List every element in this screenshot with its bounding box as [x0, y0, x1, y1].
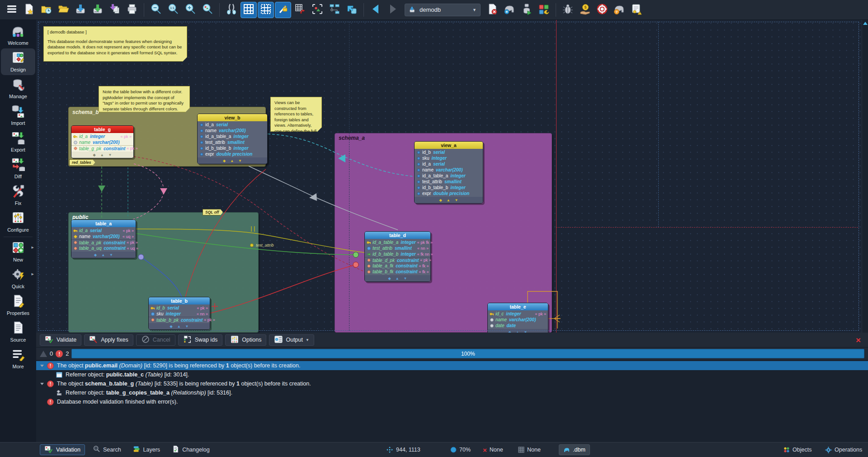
tag-sql-off[interactable]: SQL off — [203, 209, 223, 215]
scroll-up-icon[interactable] — [863, 22, 868, 25]
sidebar-item-import[interactable]: Import — [1, 102, 35, 129]
sidebar-item-configure[interactable]: Configure — [1, 209, 35, 235]
snap-to-grid-button[interactable] — [292, 2, 308, 18]
tag-red-tables[interactable]: red_tables — [69, 159, 95, 166]
column-row[interactable]: table_a_fkconstraint« fk » — [365, 263, 430, 269]
collapse-caret-icon[interactable] — [40, 383, 44, 385]
sidebar-item-fix[interactable]: Fix — [1, 182, 35, 209]
close-validation-button[interactable]: × — [852, 336, 864, 344]
statusbar-tab-validation[interactable]: Validation — [40, 444, 85, 455]
column-row[interactable]: test_attribsmallint« nn » — [365, 245, 430, 251]
zoom-out-button[interactable] — [148, 2, 164, 18]
sidebar-item-welcome[interactable]: Welcome — [1, 22, 35, 48]
statusbar-tab-search[interactable]: Search — [89, 444, 125, 455]
expand-icon[interactable]: ▲ — [230, 159, 234, 163]
column-row[interactable]: id_aserial — [198, 122, 267, 128]
column-row[interactable]: test_attribsmallint — [198, 139, 267, 145]
forward-button[interactable] — [385, 2, 401, 18]
sidebar-item-quick[interactable]: Quick▶ — [1, 265, 35, 292]
sidebar-item-design[interactable]: Design — [1, 48, 35, 75]
sidebar-item-more[interactable]: More — [1, 345, 35, 372]
statusbar-tab-changelog[interactable]: Changelog — [168, 444, 213, 455]
column-row[interactable]: id_ainteger« pk » — [71, 133, 133, 139]
apply-fixes-button[interactable]: Apply fixes — [84, 334, 133, 346]
table-table_e[interactable]: table_eid_cinteger« pk »namevarchar(200)… — [487, 303, 548, 333]
column-row[interactable]: id_cinteger« pk » — [488, 311, 548, 317]
database-selector[interactable]: demodb▼ — [405, 4, 481, 16]
column-row[interactable]: id_a_table_ainteger — [415, 173, 483, 179]
validate-button[interactable]: Validate — [40, 334, 81, 346]
bug-report-button[interactable] — [560, 2, 576, 18]
model-canvas[interactable]: schema_b public schema_a — [36, 20, 862, 333]
view-view_a[interactable]: view_aid_bserialskuintegerid_aserialname… — [414, 141, 483, 204]
license-button[interactable]: ! — [628, 2, 645, 18]
text-note-views[interactable]: Views can be constructed from references… — [270, 97, 322, 132]
auto-arrange-button[interactable] — [326, 2, 343, 18]
sidebar-item-new[interactable]: New▶ — [1, 238, 35, 265]
column-row[interactable]: namevarchar(200) — [71, 139, 133, 145]
print-model-button[interactable] — [124, 2, 140, 18]
collapse-icon[interactable]: ▼ — [455, 198, 458, 202]
column-row[interactable]: exprdouble precision — [198, 151, 267, 157]
validation-message[interactable]: RELReferrer object: table_g_copies_table… — [36, 388, 868, 397]
column-row[interactable]: id_aserial — [415, 161, 483, 167]
expand-icon[interactable]: ▲ — [447, 198, 450, 202]
protect-model-button[interactable] — [275, 2, 291, 18]
expand-icon[interactable]: ▲ — [177, 324, 181, 328]
expand-icon[interactable]: ▲ — [100, 153, 104, 157]
recent-models-button[interactable] — [38, 2, 54, 18]
donate-button[interactable]: $ — [577, 2, 593, 18]
text-note-tags[interactable]: Note the table below with a different co… — [99, 86, 190, 112]
back-button[interactable] — [368, 2, 384, 18]
column-row[interactable]: table_b_pkconstraint« pk » — [149, 317, 210, 323]
close-sql-button[interactable] — [484, 2, 500, 18]
collapse-icon[interactable]: ▼ — [109, 253, 113, 257]
column-row[interactable]: skuinteger« nn » — [149, 311, 210, 317]
column-row[interactable]: id_a_table_ainteger« pk fk » — [365, 239, 430, 245]
save-model-as-button[interactable] — [90, 2, 106, 18]
collapse-icon[interactable]: ▼ — [404, 276, 407, 281]
fit-objects-button[interactable] — [309, 2, 326, 18]
expand-icon[interactable]: ▲ — [101, 253, 105, 257]
validation-message[interactable]: !Database model validation finished with… — [36, 397, 868, 406]
column-row[interactable]: id_bserial« pk » — [149, 305, 210, 311]
about-button[interactable]: ? — [611, 2, 627, 18]
compact-view-button[interactable] — [344, 2, 360, 18]
column-row[interactable]: namevarchar(200) — [198, 128, 267, 133]
dbm-file-button[interactable]: .dbm — [559, 444, 590, 455]
column-row[interactable]: test_attribsmallint — [415, 179, 483, 185]
column-row[interactable]: table_d_pkconstraint« pk » — [365, 257, 430, 263]
objects-button[interactable]: Objects — [779, 444, 816, 455]
table-table_d[interactable]: table_did_a_table_ainteger« pk fk »test_… — [364, 231, 431, 282]
collapse-icon[interactable]: ▼ — [238, 159, 242, 163]
zoom-original-button[interactable]: 1:1 — [165, 2, 181, 18]
deploy-model-button[interactable] — [519, 2, 535, 18]
export-model-button[interactable] — [107, 2, 123, 18]
validation-message[interactable]: !The object public.email (Domain) [id: 5… — [36, 361, 868, 370]
page-delimiters-button[interactable] — [258, 2, 274, 18]
model-overview-button[interactable] — [199, 2, 216, 18]
open-model-button[interactable] — [55, 2, 71, 18]
column-row[interactable]: table_g_pkconstraint« pk » — [71, 145, 133, 151]
validation-message[interactable]: Referrer object: public.table_c (Table) … — [36, 370, 868, 379]
text-note-demodb[interactable]: [ demodb database ] This database model … — [43, 26, 187, 62]
statusbar-tab-layers[interactable]: Layers — [129, 444, 165, 455]
column-row[interactable]: namevarchar(200) — [415, 167, 483, 173]
column-row[interactable]: id_b_table_binteger« fk nn » — [365, 251, 430, 257]
view-view_b[interactable]: view_bid_aserialnamevarchar(200)id_a_tab… — [197, 114, 268, 164]
show-grid-button[interactable] — [241, 2, 257, 18]
new-model-button[interactable] — [21, 2, 37, 18]
column-row[interactable]: table_a_pkconstraint« pk » — [71, 239, 136, 245]
cancel-button[interactable]: Cancel — [136, 334, 175, 346]
expand-icon[interactable]: ▲ — [396, 276, 399, 281]
column-row[interactable]: namevarchar(200) — [488, 317, 548, 323]
plugins-button[interactable] — [536, 2, 552, 18]
object-finder-button[interactable] — [223, 2, 240, 18]
validation-message[interactable]: !The object schema_b.table_g (Table) [id… — [36, 379, 868, 388]
vertical-scrollbar[interactable] — [862, 20, 868, 333]
main-menu-button[interactable] — [4, 2, 20, 18]
table-table_a[interactable]: table_aid_aserial« pk »namevarchar(200)«… — [71, 219, 136, 258]
column-row[interactable]: id_aserial« pk » — [71, 228, 136, 233]
table-table_b[interactable]: table_bid_bserial« pk »skuinteger« nn »t… — [148, 297, 210, 330]
column-row[interactable]: id_bserial — [415, 149, 483, 155]
